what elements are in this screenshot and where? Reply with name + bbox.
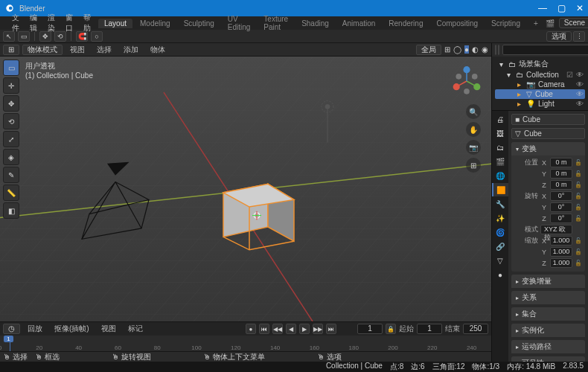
frame-range-icon[interactable]: 🔒 — [386, 324, 396, 334]
play-reverse-icon[interactable]: ◀ — [286, 324, 296, 334]
rotate-tool-icon[interactable]: ⟲ — [54, 31, 66, 42]
cursor-tool-icon[interactable]: ↖ — [3, 31, 15, 42]
minimize-button[interactable]: — — [538, 3, 547, 13]
lock-icon[interactable]: 🔓 — [575, 215, 582, 222]
play-icon[interactable]: ▶ — [299, 324, 310, 334]
collection-row[interactable]: ▾🗀Collection☑👁 — [495, 70, 585, 80]
outliner-item-light[interactable]: ▸💡Light👁 — [495, 99, 585, 109]
lock-icon[interactable]: 🔓 — [575, 170, 582, 177]
relations-panel[interactable]: 关系 — [511, 291, 585, 304]
material-tab-icon[interactable]: ● — [492, 268, 508, 281]
scale-tool[interactable]: ⤢ — [3, 131, 19, 147]
snap-icon[interactable]: 🧲 — [76, 31, 88, 42]
tl-playback[interactable]: 回放 — [23, 323, 47, 335]
lock-icon[interactable]: 🔓 — [575, 237, 582, 244]
scale-y[interactable]: 1.000 — [550, 247, 572, 257]
scale-x[interactable]: 1.000 — [550, 236, 572, 246]
location-x[interactable]: 0 m — [550, 158, 572, 167]
render-tab-icon[interactable]: 🖨 — [492, 112, 508, 126]
outliner-editor-icon[interactable] — [495, 45, 496, 55]
lock-icon[interactable]: 🔓 — [575, 260, 582, 266]
camera-view-icon[interactable]: 📷 — [466, 140, 481, 155]
wireframe-shading-icon[interactable]: ◯ — [453, 45, 461, 54]
workspace-tab[interactable]: Sculpting — [178, 19, 220, 28]
rotation-z[interactable]: 0° — [550, 214, 572, 223]
vp-menu-add[interactable]: 添加 — [119, 44, 143, 56]
start-frame[interactable]: 1 — [417, 324, 442, 334]
workspace-tab[interactable]: Scripting — [485, 19, 526, 28]
measure-tool[interactable]: 📏 — [3, 185, 19, 201]
options-dropdown[interactable]: 选项 — [546, 31, 572, 42]
vp-menu-select[interactable]: 选择 — [92, 44, 116, 56]
orientation-dropdown[interactable]: 全局 — [416, 45, 441, 55]
mode-dropdown[interactable]: 物体模式 — [22, 45, 63, 55]
workspace-tab[interactable]: Compositing — [430, 19, 484, 28]
modifiers-tab-icon[interactable]: 🔧 — [492, 197, 508, 211]
data-tab-icon[interactable]: ▽ — [492, 254, 508, 267]
3d-viewport[interactable]: ▭ ✛ ✥ ⟲ ⤢ ◈ ✎ 📏 ◧ 用户透视 (1) Collection | … — [0, 57, 491, 321]
motion-paths-panel[interactable]: 运动路径 — [511, 340, 585, 353]
workspace-tab[interactable]: Shading — [295, 19, 335, 28]
collections-panel[interactable]: 集合 — [511, 307, 585, 321]
editor-type-dropdown[interactable]: ⊞ — [3, 45, 19, 55]
close-button[interactable]: ✕ — [576, 3, 584, 13]
outliner-item-cube[interactable]: ▸▽Cube👁 — [495, 89, 585, 99]
transform-tool[interactable]: ◈ — [3, 149, 19, 165]
scene-collection-row[interactable]: ▾🗀场景集合 — [495, 58, 585, 70]
rotation-y[interactable]: 0° — [550, 202, 572, 212]
eye-icon[interactable]: 👁 — [576, 71, 584, 79]
physics-tab-icon[interactable]: 🌀 — [492, 225, 508, 239]
scene-selector[interactable]: Scene — [559, 18, 588, 28]
workspace-tab[interactable]: UV Editing — [222, 14, 257, 32]
workspace-tab[interactable]: Layout — [98, 19, 132, 28]
proportional-icon[interactable]: ○ — [91, 31, 103, 42]
transform-panel-header[interactable]: 变换 — [511, 142, 585, 155]
lock-icon[interactable]: 🔓 — [575, 193, 582, 199]
rendered-shading-icon[interactable]: ◉ — [482, 45, 488, 54]
timeline-editor-icon[interactable]: ◷ — [3, 324, 20, 334]
rotation-x[interactable]: 0° — [550, 191, 572, 201]
pan-icon[interactable]: ✋ — [466, 122, 481, 137]
display-mode-icon[interactable] — [498, 45, 499, 55]
object-breadcrumb[interactable]: ■Cube — [511, 114, 585, 125]
timeline-track[interactable]: 020406080100120140160180200220240 — [0, 336, 491, 351]
outliner-search[interactable] — [502, 45, 588, 55]
constraints-tab-icon[interactable]: 🔗 — [492, 240, 508, 253]
viewport-settings-icon[interactable]: ⋮ — [573, 31, 585, 42]
zoom-icon[interactable]: 🔍 — [466, 104, 481, 119]
rotate-tool[interactable]: ⟲ — [3, 113, 19, 129]
add-cube-tool[interactable]: ◧ — [3, 202, 19, 219]
select-box-tool[interactable]: ▭ — [3, 60, 19, 76]
viewlayer-tab-icon[interactable]: 🗂 — [492, 141, 508, 154]
jump-start-icon[interactable]: ⏮ — [259, 324, 269, 334]
workspace-tab[interactable]: Modeling — [134, 19, 176, 28]
scale-z[interactable]: 1.000 — [550, 258, 572, 268]
eye-icon[interactable]: 👁 — [576, 90, 584, 98]
lock-icon[interactable]: 🔓 — [575, 204, 582, 211]
vp-menu-object[interactable]: 物体 — [146, 44, 170, 56]
material-shading-icon[interactable]: ◐ — [472, 45, 479, 54]
rotation-mode[interactable]: XYZ 欧拉 — [540, 225, 572, 234]
current-frame[interactable]: 1 — [357, 324, 383, 334]
snap-toggle[interactable]: ⊞ — [444, 45, 450, 54]
tl-marker[interactable]: 标记 — [124, 323, 147, 335]
world-tab-icon[interactable]: 🌐 — [492, 169, 508, 182]
output-tab-icon[interactable]: 🖼 — [492, 126, 508, 140]
keyframe-next-icon[interactable]: ▶▶ — [313, 324, 323, 334]
move-tool[interactable]: ✥ — [3, 95, 19, 112]
solid-shading-icon[interactable]: ● — [464, 45, 469, 54]
lock-icon[interactable]: 🔓 — [575, 182, 582, 188]
tl-view[interactable]: 视图 — [97, 323, 121, 335]
lock-icon[interactable]: 🔓 — [575, 248, 582, 255]
eye-icon[interactable]: 👁 — [576, 100, 584, 108]
object-tab-icon[interactable]: 🟧 — [492, 183, 508, 196]
outliner-item-camera[interactable]: ▸📷Camera👁 — [495, 80, 585, 89]
end-frame[interactable]: 250 — [463, 324, 488, 334]
workspace-tab[interactable]: Texture Paint — [258, 14, 294, 32]
delta-transform-panel[interactable]: 变换增量 — [511, 275, 585, 288]
lock-icon[interactable]: 🔓 — [575, 159, 582, 166]
move-tool-icon[interactable]: ✥ — [39, 31, 51, 42]
perspective-toggle-icon[interactable]: ⊞ — [466, 158, 481, 173]
playhead[interactable] — [10, 336, 10, 351]
eye-icon[interactable]: 👁 — [576, 80, 584, 89]
